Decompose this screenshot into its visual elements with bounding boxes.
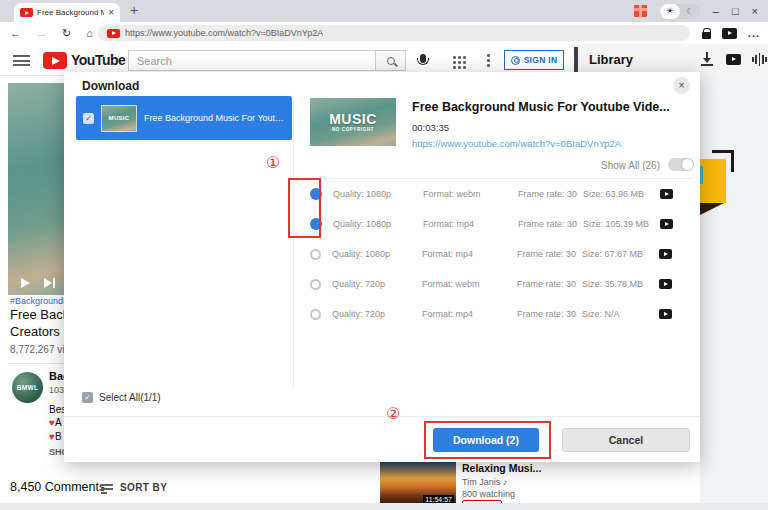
- browser-menu-icon[interactable]: ...: [748, 27, 760, 39]
- suggestion-watching: 800 watching: [462, 489, 515, 499]
- back-icon[interactable]: ←: [10, 27, 21, 39]
- mic-icon[interactable]: [420, 54, 426, 63]
- download-icon[interactable]: [700, 52, 714, 66]
- youtube-logo-text: YouTube: [71, 51, 125, 70]
- annotation-box-2: [424, 421, 551, 459]
- video-preview-icon[interactable]: [660, 219, 673, 229]
- comments-count: 8,450 Comments: [10, 480, 105, 494]
- annotation-step-1: ①: [266, 155, 280, 171]
- show-all-label: Show All (26): [504, 160, 660, 171]
- quality-row[interactable]: Quality: 1080pFormat: mp4Frame rate: 30S…: [302, 209, 696, 239]
- kebab-menu-icon[interactable]: [487, 54, 490, 57]
- format-label: Format: mp4: [423, 219, 518, 229]
- bottom-strip: [0, 503, 768, 510]
- home-icon[interactable]: ⌂: [86, 27, 93, 39]
- quality-radio[interactable]: [310, 249, 321, 260]
- size-label: Size: 35.78 MB: [582, 279, 659, 289]
- video-thumbnail: MUSIC NO COPYRIGHT: [310, 98, 396, 146]
- video-title-line2: Creators: [10, 324, 60, 339]
- sun-icon: ☀: [660, 4, 680, 19]
- quality-label: Quality: 1080p: [333, 189, 423, 199]
- channel-avatar[interactable]: BMWL: [12, 372, 43, 403]
- play-icon[interactable]: [21, 278, 30, 288]
- pencil-annotation-icon: [700, 150, 736, 222]
- quality-row[interactable]: Quality: 1080pFormat: webmFrame rate: 30…: [302, 179, 696, 209]
- browser-tab[interactable]: Free Background Mus ×: [14, 3, 120, 22]
- video-tab-icon[interactable]: [726, 54, 741, 65]
- apps-grid-icon[interactable]: [453, 56, 456, 59]
- url-text: https://www.youtube.com/watch?v=0BIaDVnY…: [125, 28, 323, 38]
- search-input[interactable]: [129, 51, 375, 70]
- minimize-button[interactable]: –: [713, 6, 719, 17]
- dialog-close-icon[interactable]: ×: [673, 77, 690, 94]
- moon-icon: ☾: [680, 7, 700, 16]
- sort-icon[interactable]: [101, 484, 113, 492]
- search-button[interactable]: [375, 51, 405, 70]
- format-label: Format: mp4: [422, 249, 517, 259]
- annotation-step-2: ②: [386, 406, 400, 422]
- forward-icon[interactable]: →: [36, 27, 47, 39]
- quality-radio[interactable]: [310, 279, 321, 290]
- youtube-play-icon: [43, 52, 67, 69]
- new-tab-button[interactable]: +: [130, 2, 138, 18]
- tab-strip: Free Background Mus × + ☀ ☾ – □ ×: [0, 0, 768, 22]
- description-line: ♥A: [49, 417, 62, 428]
- select-all-checkbox[interactable]: ✓: [82, 392, 93, 403]
- search-box: [128, 50, 406, 71]
- framerate-label: Frame rate: 30: [517, 309, 582, 319]
- youtube-favicon: [20, 8, 33, 17]
- show-all-toggle[interactable]: [668, 158, 694, 171]
- framerate-label: Frame rate: 30: [517, 249, 582, 259]
- item-checkbox[interactable]: ✓: [83, 113, 94, 124]
- item-thumbnail: MUSIC: [101, 105, 137, 132]
- hamburger-menu-icon[interactable]: [13, 55, 30, 66]
- annotation-box-1: [288, 178, 321, 238]
- youtube-logo[interactable]: YouTube HK: [43, 51, 138, 70]
- format-label: Format: webm: [423, 189, 518, 199]
- video-preview-icon[interactable]: [659, 249, 672, 259]
- gift-icon[interactable]: [634, 5, 647, 17]
- address-bar: ← → ↻ ⌂ https://www.youtube.com/watch?v=…: [0, 22, 768, 44]
- theme-toggle[interactable]: ☀ ☾: [660, 4, 700, 19]
- size-label: Size: N/A: [582, 309, 659, 319]
- search-icon: [387, 57, 395, 65]
- quality-label: Quality: 720p: [332, 309, 422, 319]
- video-duration: 00:03:35: [412, 122, 449, 133]
- suggestion-channel: Tim Janis ♪: [462, 477, 507, 487]
- quality-radio[interactable]: [310, 309, 321, 320]
- divider: [293, 96, 294, 388]
- cancel-button[interactable]: Cancel: [562, 428, 690, 452]
- sign-in-button[interactable]: SIGN IN: [504, 50, 564, 70]
- close-button[interactable]: ×: [752, 6, 758, 17]
- video-downloader-icon[interactable]: [722, 28, 737, 39]
- format-label: Format: mp4: [422, 309, 517, 319]
- divider: [8, 363, 66, 364]
- refresh-icon[interactable]: ↻: [62, 27, 71, 40]
- maximize-button[interactable]: □: [732, 6, 739, 17]
- video-url-link[interactable]: https://www.youtube.com/watch?v=0BIaDVnY…: [412, 138, 621, 149]
- video-preview-icon[interactable]: [659, 279, 672, 289]
- select-all-label: Select All(1/1): [99, 392, 161, 403]
- quality-row[interactable]: Quality: 720pFormat: mp4Frame rate: 30Si…: [302, 299, 696, 329]
- item-title: Free Background Music For Youtu...: [144, 113, 285, 123]
- framerate-label: Frame rate: 30: [518, 189, 583, 199]
- quality-rows: Quality: 1080pFormat: webmFrame rate: 30…: [302, 179, 696, 329]
- tab-close-icon[interactable]: ×: [108, 8, 114, 18]
- quality-row[interactable]: Quality: 720pFormat: webmFrame rate: 30S…: [302, 269, 696, 299]
- sort-by-button[interactable]: SORT BY: [120, 482, 167, 493]
- suggestion-title[interactable]: Relaxing Musi...: [462, 462, 541, 474]
- video-preview-icon[interactable]: [660, 189, 673, 199]
- video-player[interactable]: [8, 83, 64, 295]
- divider: [64, 416, 700, 417]
- equalizer-icon[interactable]: [752, 53, 767, 66]
- quality-row[interactable]: Quality: 1080pFormat: mp4Frame rate: 30S…: [302, 239, 696, 269]
- video-preview-icon[interactable]: [659, 309, 672, 319]
- suggestion-thumbnail[interactable]: 11:54:57: [380, 462, 456, 506]
- url-field[interactable]: https://www.youtube.com/watch?v=0BIaDVnY…: [98, 25, 690, 41]
- quality-label: Quality: 1080p: [332, 249, 422, 259]
- video-list-item[interactable]: ✓ MUSIC Free Background Music For Youtu.…: [76, 96, 292, 140]
- select-all[interactable]: ✓ Select All(1/1): [82, 392, 161, 403]
- lock-icon[interactable]: [702, 32, 711, 39]
- next-icon[interactable]: [44, 278, 52, 288]
- browser-window: Free Background Mus × + ☀ ☾ – □ × ← → ↻ …: [0, 0, 768, 510]
